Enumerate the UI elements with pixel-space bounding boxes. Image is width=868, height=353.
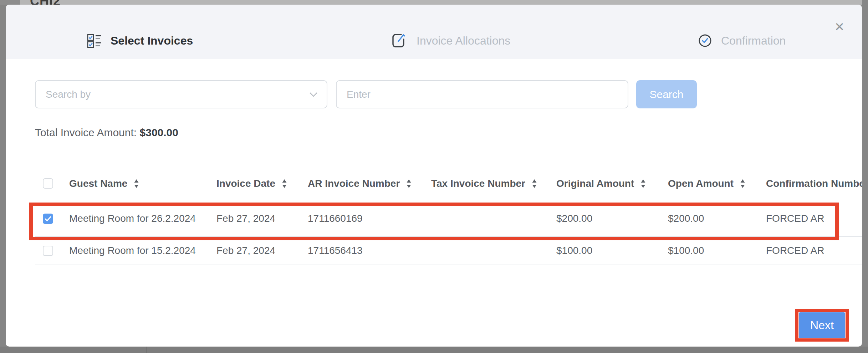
- check-circle-icon: [698, 33, 713, 48]
- dimmed-page-top: CHI2: [0, 0, 868, 5]
- search-value-field[interactable]: [336, 80, 628, 108]
- cell-guest-name: Meeting Room for 26.2.2024: [69, 213, 216, 224]
- close-icon[interactable]: ✕: [832, 19, 847, 35]
- sort-icon[interactable]: [740, 179, 745, 188]
- step-label: Confirmation: [721, 34, 786, 47]
- search-by-input[interactable]: [35, 80, 327, 108]
- cell-confirmation-number: FORCED AR: [766, 245, 862, 256]
- row-checkbox[interactable]: [43, 214, 53, 224]
- invoice-row-1[interactable]: Meeting Room for 26.2.2024 Feb 27, 2024 …: [35, 201, 862, 237]
- cell-original-amount: $200.00: [556, 213, 668, 224]
- cell-open-amount: $200.00: [668, 213, 766, 224]
- step-label: Select Invoices: [111, 34, 193, 47]
- invoices-table: Guest Name Invoice Date AR Invoice Numbe…: [35, 174, 862, 265]
- column-header-tax-invoice-number[interactable]: Tax Invoice Number: [431, 178, 556, 189]
- column-header-invoice-date[interactable]: Invoice Date: [216, 178, 308, 189]
- backdrop-left: [0, 5, 6, 353]
- invoice-row-2[interactable]: Meeting Room for 15.2.2024 Feb 27, 2024 …: [35, 237, 862, 265]
- step-label: Invoice Allocations: [417, 34, 510, 47]
- step-invoice-allocations[interactable]: Invoice Allocations: [392, 30, 510, 52]
- column-header-confirmation-number[interactable]: Confirmation Number: [766, 178, 862, 189]
- row-checkbox-cell: [35, 214, 69, 224]
- wizard-header: Select Invoices Invoice Allocations Conf…: [6, 5, 862, 59]
- search-button[interactable]: Search: [636, 80, 697, 108]
- sort-icon[interactable]: [406, 179, 412, 188]
- select-invoices-modal: Select Invoices Invoice Allocations Conf…: [6, 5, 862, 347]
- cell-invoice-date: Feb 27, 2024: [216, 245, 308, 256]
- page-title: CHI2: [30, 0, 61, 5]
- step-confirmation[interactable]: Confirmation: [698, 30, 786, 52]
- next-button[interactable]: Next: [799, 312, 845, 338]
- cell-original-amount: $100.00: [556, 245, 668, 256]
- cell-confirmation-number: FORCED AR: [766, 213, 862, 224]
- cell-ar-invoice-number: 1711660169: [308, 213, 431, 224]
- column-header-original-amount[interactable]: Original Amount: [556, 178, 668, 189]
- cell-guest-name: Meeting Room for 15.2.2024: [69, 245, 216, 256]
- row-checkbox-cell: [35, 246, 69, 256]
- cell-invoice-date: Feb 27, 2024: [216, 213, 308, 224]
- total-label: Total Invoice Amount:: [35, 127, 137, 138]
- backdrop-bottom: [0, 347, 868, 353]
- row-checkbox[interactable]: [43, 246, 53, 256]
- cell-ar-invoice-number: 1711656413: [308, 245, 431, 256]
- step-select-invoices[interactable]: Select Invoices: [87, 30, 193, 52]
- column-header-open-amount[interactable]: Open Amount: [668, 178, 766, 189]
- select-all-checkbox[interactable]: [43, 178, 53, 189]
- sort-icon[interactable]: [640, 179, 646, 188]
- backdrop-right: [862, 0, 868, 353]
- search-by-select[interactable]: [35, 80, 327, 108]
- cell-open-amount: $100.00: [668, 245, 766, 256]
- dimmed-page-corner: [0, 0, 20, 5]
- sort-icon[interactable]: [532, 179, 537, 188]
- edit-square-icon: [392, 32, 408, 49]
- select-all-cell: [35, 178, 69, 189]
- column-header-guest-name[interactable]: Guest Name: [69, 178, 216, 189]
- total-value: $300.00: [140, 127, 178, 138]
- sort-icon[interactable]: [282, 179, 287, 188]
- total-invoice-amount: Total Invoice Amount: $300.00: [35, 127, 178, 139]
- table-header-row: Guest Name Invoice Date AR Invoice Numbe…: [35, 174, 862, 193]
- checklist-icon: [87, 32, 102, 49]
- backdrop-divider: [146, 347, 147, 353]
- sort-icon[interactable]: [134, 179, 139, 188]
- column-header-ar-invoice-number[interactable]: AR Invoice Number: [308, 178, 431, 189]
- search-value-input[interactable]: [336, 80, 628, 108]
